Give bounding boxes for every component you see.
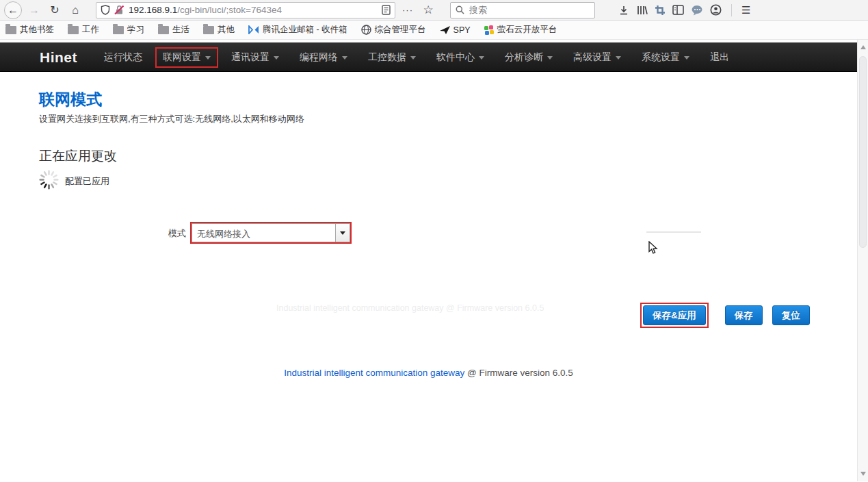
- page-actions-button[interactable]: ···: [399, 2, 416, 18]
- forward-button[interactable]: →: [26, 2, 42, 18]
- select-dropdown-button[interactable]: [335, 224, 350, 242]
- vertical-scrollbar[interactable]: [857, 40, 868, 481]
- action-buttons-row: 保存&应用 保存 复位: [640, 303, 810, 328]
- bookmark-management-platform[interactable]: 综合管理平台: [361, 24, 426, 36]
- bookmark-misc-folder[interactable]: 其他: [203, 24, 235, 36]
- bookmark-other-folder[interactable]: 其他书签: [5, 24, 54, 36]
- folder-icon: [158, 26, 169, 34]
- url-bar[interactable]: 192.168.9.1/cgi-bin/luci/;stok=7643e4: [96, 2, 395, 18]
- browser-toolbar: ← → ↻ ⌂ 192.168.9.1/cgi-bin/luci/;stok=7…: [0, 0, 868, 21]
- bookmark-star-button[interactable]: ☆: [420, 2, 436, 18]
- home-button[interactable]: ⌂: [67, 2, 83, 18]
- back-button[interactable]: ←: [4, 1, 22, 19]
- folder-icon: [203, 26, 214, 34]
- bookmark-study-folder[interactable]: 学习: [113, 24, 144, 36]
- reload-icon: ↻: [50, 3, 59, 16]
- search-input[interactable]: [469, 5, 572, 15]
- bookmarks-bar: 其他书签 工作 学习 生活 其他 腾讯企业邮箱 - 收件箱 综合管理平台 SPY…: [0, 21, 868, 40]
- menu-button[interactable]: ☰: [741, 4, 750, 16]
- mode-label: 模式: [168, 227, 186, 240]
- bookmark-life-folder[interactable]: 生活: [158, 24, 189, 36]
- star-icon: ☆: [423, 3, 433, 17]
- reset-button[interactable]: 复位: [772, 305, 810, 325]
- nav-item-advanced-settings[interactable]: 高级设置: [566, 47, 629, 68]
- chat-extension-icon[interactable]: [691, 5, 703, 16]
- toolbar-right-icons: ☰: [618, 4, 750, 16]
- url-text: 192.168.9.1/cgi-bin/luci/;stok=7643e4: [129, 5, 378, 15]
- nav-item-programming-network[interactable]: 编程网络: [292, 47, 355, 68]
- mode-select-value: 无线网络接入: [192, 224, 335, 242]
- folder-icon: [113, 26, 124, 34]
- mouse-cursor: [648, 241, 659, 254]
- tencent-mail-icon: [248, 25, 259, 34]
- sidebar-icon[interactable]: [672, 5, 684, 15]
- save-apply-highlight-box: 保存&应用: [640, 303, 709, 328]
- firmware-version-text: @ Firmware version 6.0.5: [467, 368, 573, 378]
- scrollbar-thumb[interactable]: [859, 56, 867, 248]
- nav-item-network-settings[interactable]: 联网设置: [155, 47, 218, 68]
- mode-select[interactable]: 无线网络接入: [192, 223, 350, 242]
- bookmark-tencent-mail[interactable]: 腾讯企业邮箱 - 收件箱: [248, 24, 347, 36]
- faded-divider-line: [646, 231, 701, 233]
- scroll-down-arrow-icon[interactable]: [860, 472, 866, 476]
- chevron-down-icon: [205, 56, 211, 60]
- config-applied-status: 配置已应用: [65, 175, 109, 188]
- four-color-dots-icon: [484, 25, 494, 35]
- url-host: 192.168.9.1: [129, 5, 177, 15]
- bookmark-ezviz-platform[interactable]: 萤石云开放平台: [484, 24, 557, 36]
- screenshot-crop-icon[interactable]: [655, 5, 666, 16]
- chevron-down-icon: [479, 56, 484, 60]
- toolbar-separator: [731, 4, 732, 16]
- page-description: 设置网关连接到互联网,有三种方式可选:无线网络,以太网和移动网络: [39, 113, 304, 125]
- nav-item-system-settings[interactable]: 系统设置: [634, 47, 697, 68]
- chevron-down-icon: [616, 56, 621, 60]
- globe-icon: [361, 25, 371, 35]
- download-icon[interactable]: [618, 5, 629, 16]
- save-button[interactable]: 保存: [725, 305, 763, 325]
- url-path: /cgi-bin/luci/;stok=7643e4: [177, 5, 282, 15]
- scroll-up-arrow-icon[interactable]: [860, 45, 866, 49]
- brand-logo: Hinet: [40, 49, 77, 66]
- nav-item-diagnostics[interactable]: 分析诊断: [497, 47, 560, 68]
- loading-spinner-icon: [38, 169, 60, 190]
- gateway-link[interactable]: Industrial intelligent communication gat…: [284, 368, 464, 378]
- insecure-lock-icon[interactable]: [114, 5, 124, 15]
- page-footer: Industrial intelligent communication gat…: [0, 368, 857, 378]
- url-fade-overlay: [350, 4, 377, 18]
- bookmark-spy[interactable]: SPY: [440, 25, 471, 35]
- search-icon: [456, 5, 464, 14]
- fading-transition-text: Industrial intelligent communication gat…: [276, 303, 544, 313]
- chevron-down-icon: [684, 56, 689, 60]
- chevron-down-icon: [342, 56, 347, 60]
- ellipsis-icon: ···: [402, 5, 413, 15]
- search-box[interactable]: [450, 2, 595, 18]
- reload-button[interactable]: ↻: [47, 2, 63, 18]
- forward-icon: →: [29, 4, 40, 16]
- main-navbar: Hinet 运行状态 联网设置 通讯设置 编程网络 工控数据 软件中心 分析诊断…: [0, 42, 857, 72]
- mode-select-highlight-box: 无线网络接入: [190, 222, 352, 244]
- nav-item-comm-settings[interactable]: 通讯设置: [224, 47, 287, 68]
- nav-item-software-center[interactable]: 软件中心: [429, 47, 492, 68]
- folder-icon: [68, 26, 79, 34]
- bookmark-work-folder[interactable]: 工作: [68, 24, 99, 36]
- nav-item-logout[interactable]: 退出: [702, 47, 737, 68]
- nav-item-industrial-data[interactable]: 工控数据: [360, 47, 423, 68]
- reader-mode-icon[interactable]: [382, 5, 391, 15]
- page-viewport: Hinet 运行状态 联网设置 通讯设置 编程网络 工控数据 软件中心 分析诊断…: [0, 40, 868, 481]
- chevron-down-icon: [410, 56, 416, 60]
- chevron-down-icon: [274, 56, 279, 60]
- account-icon[interactable]: [710, 4, 722, 16]
- back-icon: ←: [8, 4, 18, 16]
- save-apply-button[interactable]: 保存&应用: [643, 305, 706, 325]
- shield-icon[interactable]: [101, 5, 110, 15]
- chevron-down-icon: [340, 231, 345, 235]
- folder-icon: [5, 26, 16, 34]
- nav-item-run-status[interactable]: 运行状态: [96, 47, 150, 68]
- chevron-down-icon: [547, 56, 553, 60]
- home-icon: ⌂: [72, 4, 79, 16]
- library-icon[interactable]: [636, 5, 648, 16]
- applying-changes-title: 正在应用更改: [39, 147, 117, 165]
- paper-plane-icon: [440, 26, 450, 34]
- page-title: 联网模式: [39, 89, 102, 110]
